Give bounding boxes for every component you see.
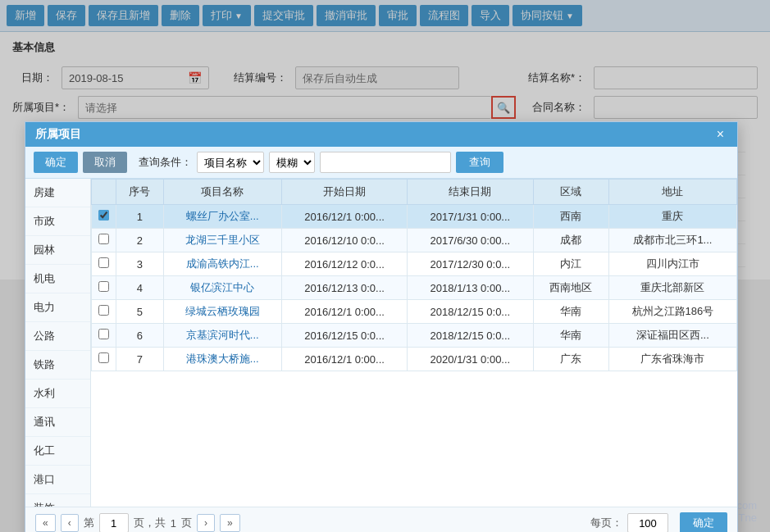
col-address: 地址 — [608, 180, 736, 205]
category-item-1[interactable]: 市政 — [25, 207, 90, 236]
col-end: 结束日期 — [408, 180, 533, 205]
row-region: 华南 — [533, 300, 608, 324]
category-item-2[interactable]: 园林 — [25, 236, 90, 265]
dialog-cancel-button[interactable]: 取消 — [83, 152, 127, 173]
row-address: 广东省珠海市 — [608, 348, 736, 371]
query-mode-select[interactable]: 模糊 精确 — [269, 152, 315, 173]
last-page-button[interactable]: » — [220, 514, 240, 532]
dialog-confirm-top-button[interactable]: 确定 — [34, 152, 78, 173]
dialog-title: 所属项目 — [35, 127, 81, 142]
row-name[interactable]: 港珠澳大桥施... — [163, 348, 281, 371]
row-name[interactable]: 螺丝厂办公室... — [163, 205, 281, 229]
row-checkbox-cell — [92, 324, 116, 348]
row-name[interactable]: 银亿滨江中心 — [163, 276, 281, 300]
row-checkbox[interactable] — [98, 329, 109, 339]
col-checkbox — [92, 180, 116, 205]
row-checkbox-cell — [92, 205, 116, 229]
footer-confirm-button[interactable]: 确定 — [680, 512, 727, 532]
query-field-select[interactable]: 项目名称 项目编号 区域 — [197, 152, 264, 173]
row-checkbox[interactable] — [98, 210, 109, 221]
row-end: 2018/1/13 0:00... — [408, 276, 533, 300]
table-panel: 序号 项目名称 开始日期 结束日期 区域 地址 1螺丝厂办公室...2016/1… — [91, 179, 737, 507]
category-item-3[interactable]: 机电 — [25, 265, 90, 293]
row-index: 4 — [116, 276, 164, 300]
row-checkbox-cell — [92, 252, 116, 276]
table-row[interactable]: 5绿城云栖玫瑰园2016/12/1 0:00...2018/12/15 0:0.… — [92, 300, 737, 324]
table-row[interactable]: 3成渝高铁内江...2016/12/12 0:0...2017/12/30 0:… — [92, 252, 737, 276]
table-row[interactable]: 7港珠澳大桥施...2016/12/1 0:00...2020/1/31 0:0… — [92, 348, 737, 371]
row-start: 2016/12/12 0:0... — [281, 252, 407, 276]
category-item-11[interactable]: 装饰 — [25, 494, 90, 507]
row-index: 5 — [116, 300, 164, 324]
dialog-overlay: 所属项目 × 确定 取消 查询条件： 项目名称 项目编号 区域 模糊 精确 查询 — [0, 0, 770, 532]
row-name[interactable]: 绿城云栖玫瑰园 — [163, 300, 281, 324]
dialog-body: 房建 市政 园林 机电 电力 公路 铁路 水利 通讯 化工 港口 装饰 — [25, 179, 737, 507]
query-button[interactable]: 查询 — [456, 152, 503, 173]
project-dialog: 所属项目 × 确定 取消 查询条件： 项目名称 项目编号 区域 模糊 精确 查询 — [25, 121, 738, 532]
row-region: 内江 — [533, 252, 608, 276]
row-address: 深证福田区西... — [608, 324, 736, 348]
query-label: 查询条件： — [139, 155, 192, 170]
row-end: 2017/1/31 0:00... — [408, 205, 533, 229]
category-item-9[interactable]: 化工 — [25, 437, 90, 466]
row-checkbox[interactable] — [98, 234, 109, 244]
row-end: 2017/6/30 0:00... — [408, 229, 533, 252]
prev-page-button[interactable]: ‹ — [61, 514, 79, 532]
per-page-label: 每页： — [590, 516, 622, 530]
dialog-toolbar: 确定 取消 查询条件： 项目名称 项目编号 区域 模糊 精确 查询 — [25, 147, 737, 179]
row-address: 杭州之江路186号 — [608, 300, 736, 324]
table-row[interactable]: 1螺丝厂办公室...2016/12/1 0:00...2017/1/31 0:0… — [92, 205, 737, 229]
row-checkbox-cell — [92, 300, 116, 324]
category-item-0[interactable]: 房建 — [25, 179, 90, 207]
row-start: 2016/12/1 0:00... — [281, 300, 407, 324]
row-index: 7 — [116, 348, 164, 371]
row-checkbox-cell — [92, 229, 116, 252]
per-page-input[interactable] — [627, 513, 668, 532]
project-table: 序号 项目名称 开始日期 结束日期 区域 地址 1螺丝厂办公室...2016/1… — [91, 179, 737, 371]
table-row[interactable]: 4银亿滨江中心2016/12/13 0:0...2018/1/13 0:00..… — [92, 276, 737, 300]
row-address: 重庆 — [608, 205, 736, 229]
row-end: 2017/12/30 0:0... — [408, 252, 533, 276]
category-item-5[interactable]: 公路 — [25, 322, 90, 351]
row-start: 2016/12/1 0:00... — [281, 205, 407, 229]
category-item-10[interactable]: 港口 — [25, 466, 90, 494]
row-end: 2018/12/15 0:0... — [408, 324, 533, 348]
category-item-4[interactable]: 电力 — [25, 293, 90, 322]
query-input[interactable] — [320, 152, 451, 173]
category-item-8[interactable]: 通讯 — [25, 408, 90, 437]
page-input[interactable] — [99, 513, 129, 532]
row-end: 2018/12/15 0:0... — [408, 300, 533, 324]
row-index: 2 — [116, 229, 164, 252]
row-region: 成都 — [533, 229, 608, 252]
row-region: 西南地区 — [533, 276, 608, 300]
page-info-pre: 第 — [84, 516, 94, 530]
page-total: 1 — [171, 517, 176, 530]
row-name[interactable]: 龙湖三千里小区 — [163, 229, 281, 252]
row-address: 成都市北三环1... — [608, 229, 736, 252]
table-row[interactable]: 6京基滨河时代...2016/12/15 0:0...2018/12/15 0:… — [92, 324, 737, 348]
row-address: 重庆北部新区 — [608, 276, 736, 300]
row-start: 2016/12/1 0:00... — [281, 348, 407, 371]
dialog-header: 所属项目 × — [25, 122, 737, 147]
first-page-button[interactable]: « — [35, 514, 56, 532]
dialog-footer: « ‹ 第 页，共 1 页 › » 每页： 确定 — [25, 507, 737, 532]
row-region: 广东 — [533, 348, 608, 371]
category-item-6[interactable]: 铁路 — [25, 351, 90, 380]
row-index: 6 — [116, 324, 164, 348]
row-checkbox[interactable] — [98, 352, 109, 363]
row-start: 2016/12/13 0:0... — [281, 276, 407, 300]
row-region: 西南 — [533, 205, 608, 229]
row-name[interactable]: 成渝高铁内江... — [163, 252, 281, 276]
row-checkbox[interactable] — [98, 257, 109, 268]
row-checkbox[interactable] — [98, 305, 109, 316]
col-start: 开始日期 — [281, 180, 407, 205]
row-name[interactable]: 京基滨河时代... — [163, 324, 281, 348]
row-checkbox[interactable] — [98, 281, 109, 292]
row-checkbox-cell — [92, 348, 116, 371]
table-row[interactable]: 2龙湖三千里小区2016/12/10 0:0...2017/6/30 0:00.… — [92, 229, 737, 252]
next-page-button[interactable]: › — [197, 514, 215, 532]
dialog-close-button[interactable]: × — [713, 127, 727, 142]
row-region: 华南 — [533, 324, 608, 348]
category-panel: 房建 市政 园林 机电 电力 公路 铁路 水利 通讯 化工 港口 装饰 — [25, 179, 91, 507]
category-item-7[interactable]: 水利 — [25, 380, 90, 408]
